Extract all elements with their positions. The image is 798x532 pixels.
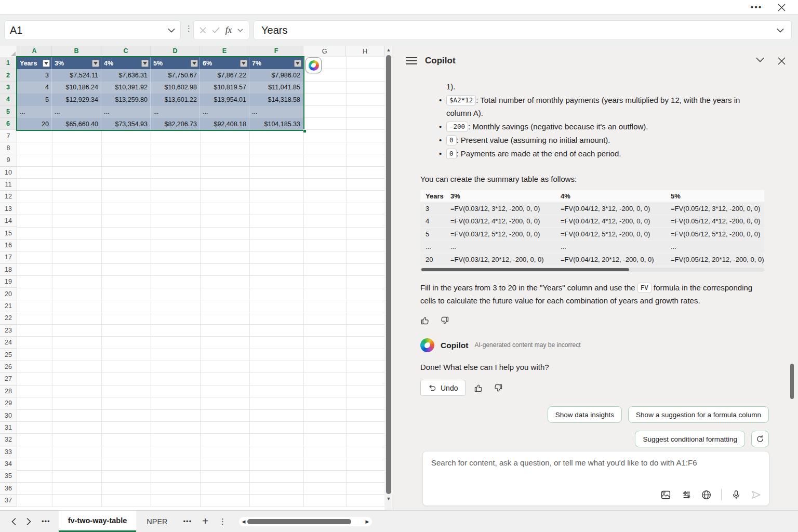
- table-header-cell[interactable]: 7%: [249, 57, 303, 69]
- table-cell[interactable]: $73,354.93: [101, 118, 151, 130]
- sheet-tab-active[interactable]: fv-two-way-table: [59, 511, 137, 532]
- row-header-22[interactable]: 22: [0, 312, 17, 324]
- add-image-icon[interactable]: [660, 489, 671, 500]
- chevron-down-icon[interactable]: [168, 28, 175, 33]
- column-header-H[interactable]: H: [346, 46, 384, 57]
- row-header-8[interactable]: 8: [0, 142, 17, 154]
- table-cell[interactable]: $82,206.73: [151, 118, 200, 130]
- sheet-nav-left-icon[interactable]: [6, 518, 21, 525]
- sheet-nav-right-icon[interactable]: [21, 518, 36, 525]
- row-header-25[interactable]: 25: [0, 349, 17, 361]
- row-header-16[interactable]: 16: [0, 240, 17, 251]
- cancel-entry-icon[interactable]: [200, 27, 206, 34]
- table-cell[interactable]: 20: [17, 118, 52, 130]
- table-cell[interactable]: $10,819.57: [200, 82, 249, 94]
- filter-dropdown-icon[interactable]: [240, 60, 247, 67]
- row-header-35[interactable]: 35: [0, 470, 17, 482]
- row-header-24[interactable]: 24: [0, 337, 17, 349]
- row-header-6[interactable]: 6: [0, 118, 17, 130]
- row-header-21[interactable]: 21: [0, 300, 17, 312]
- prompt-library-icon[interactable]: [681, 489, 691, 500]
- table-cell[interactable]: $10,391.92: [101, 82, 151, 94]
- send-icon[interactable]: [751, 489, 762, 500]
- row-header-2[interactable]: 2: [0, 69, 17, 81]
- microphone-icon[interactable]: [731, 489, 741, 500]
- row-header-10[interactable]: 10: [0, 167, 17, 179]
- table-header-cell[interactable]: 6%: [200, 57, 249, 69]
- filter-dropdown-icon[interactable]: [43, 60, 50, 67]
- table-cell[interactable]: $11,041.85: [249, 82, 303, 94]
- suggestion-pill[interactable]: Suggest conditional formatting: [635, 431, 745, 447]
- panel-scrollbar-thumb[interactable]: [790, 364, 794, 399]
- row-header-13[interactable]: 13: [0, 203, 17, 215]
- selection-fill-handle[interactable]: [303, 129, 307, 133]
- column-header-G[interactable]: G: [303, 46, 346, 57]
- row-header-37[interactable]: 37: [0, 495, 17, 507]
- suggestion-pill[interactable]: Show data insights: [548, 406, 622, 423]
- row-header-12[interactable]: 12: [0, 191, 17, 203]
- row-header-4[interactable]: 4: [0, 94, 17, 105]
- row-header-17[interactable]: 17: [0, 251, 17, 263]
- undo-button[interactable]: Undo: [420, 380, 466, 396]
- column-header-C[interactable]: C: [101, 46, 151, 57]
- web-search-globe-icon[interactable]: [701, 489, 712, 500]
- thumbs-up-icon[interactable]: [474, 383, 484, 393]
- grid-hscroll-thumb[interactable]: [247, 519, 351, 524]
- table-cell[interactable]: $13,954.01: [200, 94, 249, 105]
- row-header-28[interactable]: 28: [0, 385, 17, 397]
- thumbs-down-icon[interactable]: [493, 383, 503, 393]
- window-close-icon[interactable]: [771, 0, 792, 15]
- table-header-cell[interactable]: 4%: [101, 57, 151, 69]
- thumbs-up-icon[interactable]: [420, 315, 431, 326]
- table-cell[interactable]: 4: [17, 82, 52, 94]
- row-header-1[interactable]: 1: [0, 57, 17, 69]
- table-cell[interactable]: $13,601.22: [151, 94, 200, 105]
- row-header-3[interactable]: 3: [0, 82, 17, 94]
- table-cell[interactable]: ...: [52, 106, 101, 118]
- scroll-up-icon[interactable]: ▲: [384, 46, 393, 54]
- row-header-7[interactable]: 7: [0, 130, 17, 142]
- row-header-23[interactable]: 23: [0, 325, 17, 337]
- row-header-34[interactable]: 34: [0, 458, 17, 470]
- copilot-chat-input[interactable]: Search for content, ask a question, or t…: [422, 451, 769, 506]
- row-header-11[interactable]: 11: [0, 179, 17, 191]
- filter-dropdown-icon[interactable]: [294, 60, 301, 67]
- row-header-14[interactable]: 14: [0, 215, 17, 227]
- table-cell[interactable]: $7,750.67: [151, 69, 200, 81]
- column-header-E[interactable]: E: [200, 46, 249, 57]
- table-cell[interactable]: $7,636.31: [101, 69, 151, 81]
- refresh-suggestions-button[interactable]: [751, 431, 769, 447]
- row-header-31[interactable]: 31: [0, 422, 17, 434]
- kebab-menu-icon[interactable]: ⋮: [185, 24, 193, 33]
- panel-collapse-chevron-icon[interactable]: [756, 57, 764, 65]
- row-header-20[interactable]: 20: [0, 288, 17, 300]
- table-cell[interactable]: ...: [17, 106, 52, 118]
- column-header-A[interactable]: A: [17, 46, 52, 57]
- thumbs-down-icon[interactable]: [439, 315, 449, 326]
- column-header-F[interactable]: F: [249, 46, 303, 57]
- table-cell[interactable]: $7,524.11: [52, 69, 101, 81]
- grid-horizontal-scrollbar[interactable]: ◀ ▶: [239, 517, 372, 526]
- select-all-corner[interactable]: [0, 46, 17, 57]
- table-cell[interactable]: $10,602.98: [151, 82, 200, 94]
- grid-vertical-scrollbar[interactable]: ▲ ▼: [384, 46, 393, 510]
- hamburger-menu-icon[interactable]: [406, 55, 417, 66]
- row-header-26[interactable]: 26: [0, 361, 17, 373]
- row-header-29[interactable]: 29: [0, 397, 17, 409]
- grid-vscroll-thumb[interactable]: [386, 55, 391, 494]
- row-header-9[interactable]: 9: [0, 154, 17, 166]
- table-header-cell[interactable]: 5%: [151, 57, 200, 69]
- copilot-table-hscroll-thumb[interactable]: [421, 268, 629, 271]
- filter-dropdown-icon[interactable]: [191, 60, 198, 67]
- column-header-B[interactable]: B: [52, 46, 101, 57]
- table-header-cell[interactable]: 3%: [52, 57, 101, 69]
- filter-dropdown-icon[interactable]: [141, 60, 149, 67]
- confirm-entry-icon[interactable]: [212, 27, 220, 33]
- table-cell[interactable]: $13,259.80: [101, 94, 151, 105]
- table-cell[interactable]: ...: [101, 106, 151, 118]
- table-cell[interactable]: ...: [151, 106, 200, 118]
- row-header-33[interactable]: 33: [0, 446, 17, 458]
- name-box[interactable]: A1: [4, 20, 181, 40]
- row-header-32[interactable]: 32: [0, 434, 17, 446]
- row-header-27[interactable]: 27: [0, 373, 17, 385]
